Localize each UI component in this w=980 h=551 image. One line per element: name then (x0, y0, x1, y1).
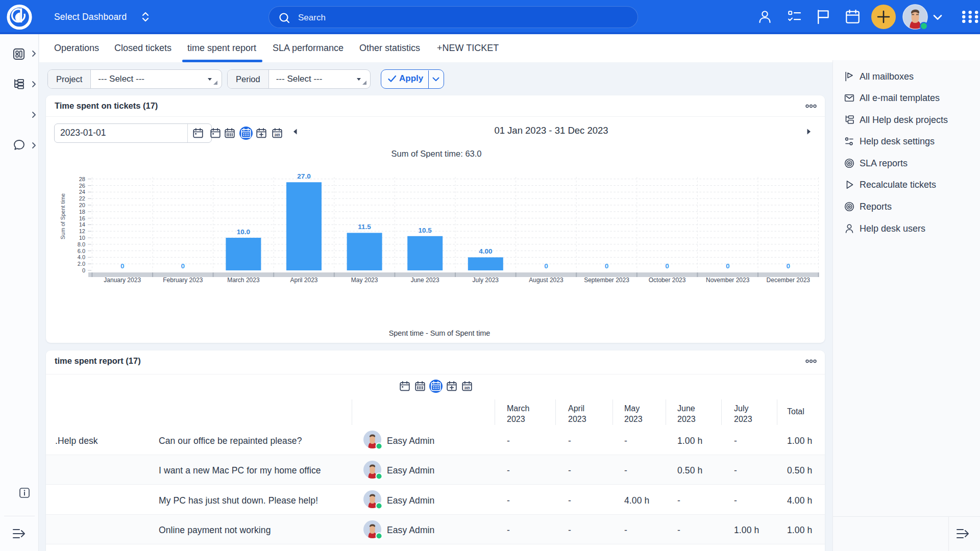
svg-text:January 2023: January 2023 (104, 277, 141, 284)
svg-text:10.5: 10.5 (419, 227, 432, 234)
svg-text:24: 24 (79, 189, 85, 195)
svg-text:0: 0 (120, 262, 125, 270)
svg-text:22: 22 (79, 195, 85, 202)
svg-text:June 2023: June 2023 (411, 277, 439, 284)
svg-text:April 2023: April 2023 (290, 277, 317, 284)
svg-text:16: 16 (79, 215, 85, 221)
svg-text:0: 0 (665, 262, 669, 270)
svg-text:0: 0 (181, 262, 185, 270)
svg-text:December 2023: December 2023 (767, 277, 811, 284)
svg-text:8.0: 8.0 (78, 241, 85, 247)
svg-text:20: 20 (79, 202, 85, 208)
svg-text:May 2023: May 2023 (351, 277, 378, 284)
svg-text:Sum of Spent time: Sum of Spent time (60, 193, 66, 240)
svg-text:March 2023: March 2023 (227, 277, 260, 284)
svg-text:10: 10 (79, 235, 85, 241)
svg-text:27.0: 27.0 (297, 172, 310, 180)
svg-text:26: 26 (79, 183, 85, 189)
svg-text:4.00: 4.00 (479, 247, 492, 255)
svg-text:4.0: 4.0 (78, 254, 85, 260)
svg-text:14: 14 (79, 221, 85, 228)
svg-text:October 2023: October 2023 (649, 277, 686, 284)
svg-text:September 2023: September 2023 (584, 277, 629, 284)
svg-text:11.5: 11.5 (358, 223, 371, 231)
svg-text:2.0: 2.0 (78, 261, 85, 267)
svg-text:0: 0 (544, 262, 548, 270)
svg-text:August 2023: August 2023 (529, 277, 564, 284)
svg-text:0: 0 (726, 262, 730, 270)
svg-text:0: 0 (82, 267, 85, 273)
svg-text:February 2023: February 2023 (163, 277, 203, 284)
svg-text:10.0: 10.0 (237, 228, 250, 236)
svg-text:28: 28 (79, 176, 85, 182)
svg-text:12: 12 (79, 228, 85, 234)
svg-text:6.0: 6.0 (78, 248, 85, 254)
svg-text:0: 0 (605, 262, 609, 270)
svg-text:18: 18 (79, 209, 85, 215)
svg-text:365: 365 (464, 386, 470, 390)
svg-text:November 2023: November 2023 (706, 277, 750, 284)
svg-text:July 2023: July 2023 (473, 277, 499, 284)
svg-text:0: 0 (787, 262, 791, 270)
